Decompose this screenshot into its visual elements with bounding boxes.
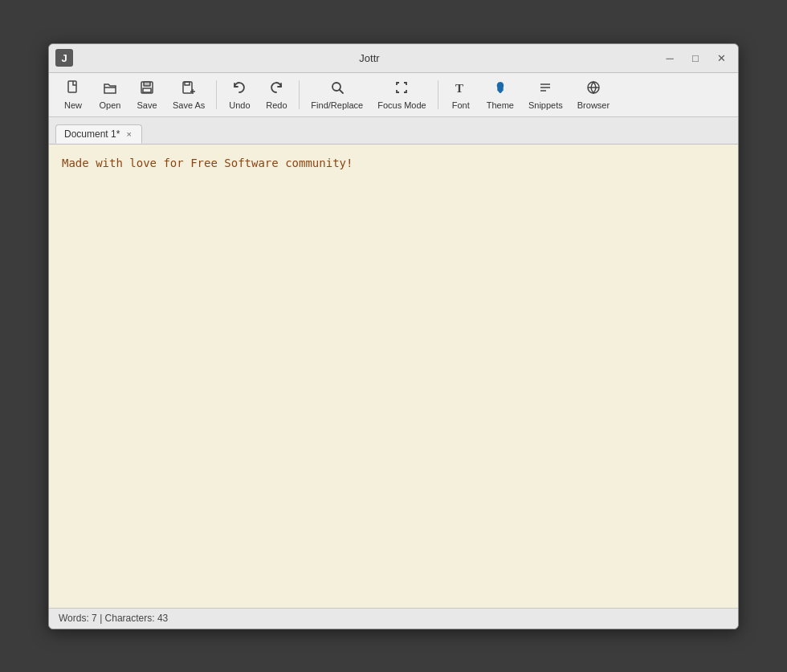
new-label: New (64, 100, 82, 110)
save-label: Save (137, 100, 157, 110)
statusbar: Words: 7 | Characters: 43 (49, 608, 738, 629)
tab-close-button[interactable]: × (124, 129, 133, 139)
new-icon (65, 79, 81, 100)
titlebar: J Jottr ─ □ ✕ (49, 44, 738, 73)
tabs-bar: Document 1* × (49, 117, 738, 145)
toolbar-redo-button[interactable]: Redo (259, 76, 294, 114)
open-label: Open (100, 100, 121, 110)
toolbar-snippets-button[interactable]: Snippets (522, 76, 569, 114)
toolbar-separator-1 (216, 80, 217, 109)
svg-rect-6 (185, 82, 190, 85)
app-icon: J (55, 49, 73, 67)
save-as-label: Save As (173, 100, 205, 110)
svg-rect-3 (144, 82, 150, 86)
toolbar-separator-2 (299, 80, 300, 109)
toolbar-save-as-button[interactable]: Save As (166, 76, 211, 114)
undo-icon (231, 79, 247, 100)
close-button[interactable]: ✕ (711, 49, 732, 67)
minimize-button[interactable]: ─ (659, 49, 680, 67)
toolbar-theme-button[interactable]: Theme (480, 76, 520, 114)
app-window: J Jottr ─ □ ✕ New (48, 43, 739, 629)
editor-textarea[interactable] (49, 145, 738, 607)
redo-label: Redo (266, 100, 287, 110)
svg-rect-0 (68, 81, 76, 92)
snippets-label: Snippets (528, 100, 563, 110)
redo-icon (268, 79, 284, 100)
statusbar-text: Words: 7 | Characters: 43 (59, 613, 168, 624)
svg-line-10 (340, 90, 343, 93)
toolbar: New Open Save (49, 73, 738, 118)
toolbar-open-button[interactable]: Open (92, 76, 128, 114)
focus-mode-icon (394, 79, 410, 100)
window-title: Jottr (80, 52, 659, 64)
focus-mode-label: Focus Mode (377, 100, 426, 110)
snippets-icon (537, 79, 553, 100)
theme-icon (492, 79, 508, 100)
tab-label: Document 1* (64, 128, 120, 140)
font-icon: T (453, 79, 469, 100)
svg-rect-4 (143, 88, 151, 92)
svg-point-12 (499, 91, 502, 92)
toolbar-focus-mode-button[interactable]: Focus Mode (371, 76, 433, 114)
undo-label: Undo (229, 100, 250, 110)
maximize-button[interactable]: □ (685, 49, 706, 67)
toolbar-find-replace-button[interactable]: Find/Replace (304, 76, 369, 114)
browser-label: Browser (577, 100, 610, 110)
toolbar-save-button[interactable]: Save (129, 76, 165, 114)
toolbar-separator-3 (438, 80, 438, 109)
window-controls: ─ □ ✕ (659, 49, 732, 67)
find-replace-icon (329, 79, 345, 100)
toolbar-undo-button[interactable]: Undo (222, 76, 257, 114)
open-icon (102, 79, 118, 100)
toolbar-browser-button[interactable]: Browser (571, 76, 616, 114)
theme-label: Theme (487, 100, 514, 110)
svg-text:T: T (455, 82, 463, 95)
browser-icon (585, 79, 601, 100)
find-replace-label: Find/Replace (311, 100, 363, 110)
font-label: Font (452, 100, 470, 110)
toolbar-new-button[interactable]: New (55, 76, 91, 114)
toolbar-font-button[interactable]: T Font (443, 76, 479, 114)
save-icon (139, 79, 155, 100)
save-as-icon (181, 79, 197, 100)
document-tab[interactable]: Document 1* × (55, 124, 142, 144)
